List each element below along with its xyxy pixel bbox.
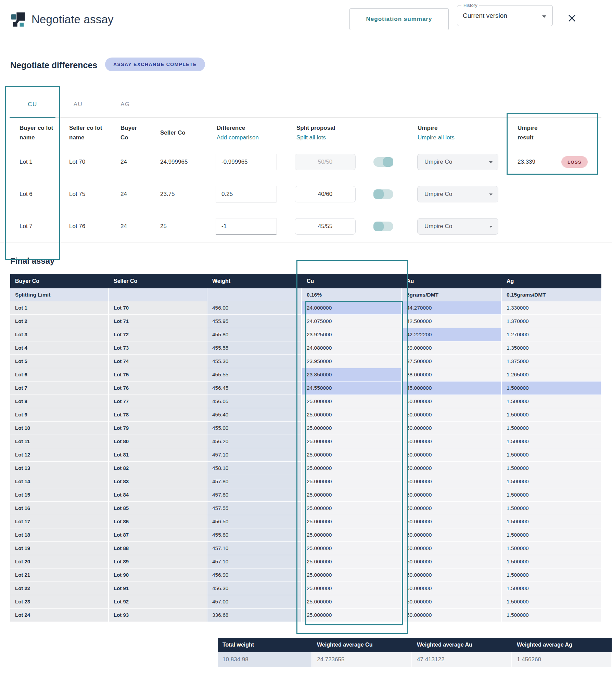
au-cell: 50.000000 [402, 528, 502, 542]
split-toggle[interactable] [373, 157, 393, 167]
au-cell: 50.000000 [402, 515, 502, 528]
col-umpire-result: Umpire result [518, 123, 545, 142]
cu-cell: 23.925000 [302, 328, 402, 341]
buyer-lot-name-cell: Lot 6 [20, 191, 33, 198]
negotiation-summary-button[interactable]: Negotiation summary [349, 8, 449, 30]
au-cell: 50.000000 [402, 422, 502, 435]
split-proposal-input[interactable]: 45/55 [295, 218, 356, 235]
weight-cell: 457.00 [207, 595, 302, 609]
buyer-lot-cell: Lot 21 [10, 568, 109, 582]
au-cell: 39.000000 [402, 341, 502, 355]
tab-au[interactable]: AU [55, 92, 101, 117]
au-cell: 50.000000 [402, 568, 502, 582]
final-assay-row: Lot 24Lot 93336.6825.00000050.0000001.50… [10, 609, 601, 622]
buyer-co-value: 24 [120, 159, 127, 165]
au-cell: 44.270000 [402, 301, 502, 315]
weighted-average-ag-value: 1.456260 [512, 652, 612, 667]
ag-cell: 1.500000 [502, 555, 601, 568]
cu-cell: 25.000000 [302, 609, 402, 622]
col-split-proposal-title: Split proposal [296, 123, 372, 133]
add-comparison-link[interactable]: Add comparison [217, 133, 292, 142]
chevron-down-icon [489, 226, 493, 228]
umpire-select[interactable]: Umpire Co [417, 218, 498, 235]
final-assay-heading: Final assay [10, 256, 54, 266]
col-weighted-average-au: Weighted average Au [412, 638, 512, 652]
seller-lot-cell: Lot 84 [109, 488, 207, 502]
splitting-limit-cu: 0.16% [302, 288, 402, 301]
splitting-limit-label: Splitting Limit [10, 288, 109, 301]
umpire-all-lots-link[interactable]: Umpire all lots [418, 133, 493, 142]
tab-cu[interactable]: CU [10, 92, 55, 117]
seller-co-value: 23.75 [160, 191, 175, 198]
buyer-lot-cell: Lot 19 [10, 542, 109, 555]
splitting-limit-au: 5grams/DMT [402, 288, 502, 301]
col-buyer-co: Buyer Co [10, 274, 109, 288]
ag-cell: 1.500000 [502, 515, 601, 528]
final-assay-row: Lot 2Lot 71455.9524.07500042.5000001.370… [10, 315, 601, 328]
cu-cell: 25.000000 [302, 475, 402, 488]
ag-cell: 1.500000 [502, 475, 601, 488]
final-assay-row: Lot 5Lot 74455.3023.95000037.5000001.375… [10, 355, 601, 368]
negotiate-assay-window: Negotiate assay Negotiation summary Hist… [0, 0, 612, 700]
totals-values-row: 10,834.98 24.723655 47.413122 1.456260 [218, 652, 612, 667]
final-assay-row: Lot 12Lot 81457.1025.00000050.0000001.50… [10, 448, 601, 462]
weight-cell: 455.80 [207, 528, 302, 542]
split-all-lots-link[interactable]: Split all lots [296, 133, 372, 142]
au-cell: 42.500000 [402, 315, 502, 328]
splitting-limit-ag: 0.15grams/DMT [502, 288, 601, 301]
tab-ag[interactable]: AG [103, 92, 148, 117]
seller-lot-cell: Lot 77 [109, 395, 207, 408]
seller-lot-cell: Lot 86 [109, 515, 207, 528]
buyer-co-value: 24 [120, 191, 127, 198]
split-proposal-input[interactable]: 40/60 [295, 186, 356, 202]
ag-cell: 1.500000 [502, 582, 601, 595]
cu-cell: 25.000000 [302, 502, 402, 515]
difference-input[interactable]: 0.25 [216, 186, 277, 202]
weight-cell: 456.50 [207, 515, 302, 528]
ag-cell: 1.500000 [502, 382, 601, 395]
weight-cell: 457.10 [207, 555, 302, 568]
weight-cell: 457.55 [207, 502, 302, 515]
au-cell: 50.000000 [402, 408, 502, 422]
au-cell: 50.000000 [402, 488, 502, 502]
cu-cell: 25.000000 [302, 568, 402, 582]
ag-cell: 1.270000 [502, 328, 601, 341]
cu-cell: 25.000000 [302, 555, 402, 568]
seller-lot-name-cell: Lot 76 [69, 223, 85, 230]
split-toggle[interactable] [373, 189, 393, 199]
history-dropdown-value: Current version [463, 12, 507, 20]
split-toggle[interactable] [373, 222, 393, 231]
buyer-lot-cell: Lot 1 [10, 301, 109, 315]
difference-input[interactable]: -0.999965 [216, 154, 277, 170]
col-difference-title: Difference [217, 123, 292, 133]
final-assay-row: Lot 14Lot 83457.8025.00000050.0000001.50… [10, 475, 601, 488]
umpire-select[interactable]: Umpire Co [417, 186, 498, 202]
weight-cell: 456.05 [207, 395, 302, 408]
ag-cell: 1.350000 [502, 341, 601, 355]
final-assay-row: Lot 21Lot 90456.9025.00000050.0000001.50… [10, 568, 601, 582]
weight-cell: 455.40 [207, 408, 302, 422]
buyer-lot-cell: Lot 8 [10, 395, 109, 408]
seller-lot-cell: Lot 73 [109, 341, 207, 355]
seller-lot-cell: Lot 82 [109, 462, 207, 475]
final-assay-row: Lot 13Lot 82458.1025.00000050.0000001.50… [10, 462, 601, 475]
totals-header-row: Total weight Weighted average Cu Weighte… [218, 638, 612, 652]
close-icon[interactable] [567, 13, 577, 23]
umpire-select-value: Umpire Co [424, 159, 452, 165]
ag-cell: 1.500000 [502, 502, 601, 515]
cu-cell: 25.000000 [302, 488, 402, 502]
au-cell: 50.000000 [402, 462, 502, 475]
ag-cell: 1.500000 [502, 462, 601, 475]
final-assay-row: Lot 20Lot 89457.1025.00000050.0000001.50… [10, 555, 601, 568]
total-weight-value: 10,834.98 [218, 652, 312, 667]
seller-lot-cell: Lot 93 [109, 609, 207, 622]
seller-co-value: 25 [160, 223, 167, 230]
seller-lot-cell: Lot 75 [109, 368, 207, 382]
umpire-select[interactable]: Umpire Co [417, 154, 498, 170]
difference-input[interactable]: -1 [216, 218, 277, 235]
weight-cell: 455.55 [207, 368, 302, 382]
weight-cell: 458.10 [207, 462, 302, 475]
history-dropdown[interactable]: History Current version [457, 3, 553, 26]
cu-cell: 25.000000 [302, 528, 402, 542]
final-assay-row: Lot 7Lot 76456.4524.55000045.0000001.500… [10, 382, 601, 395]
